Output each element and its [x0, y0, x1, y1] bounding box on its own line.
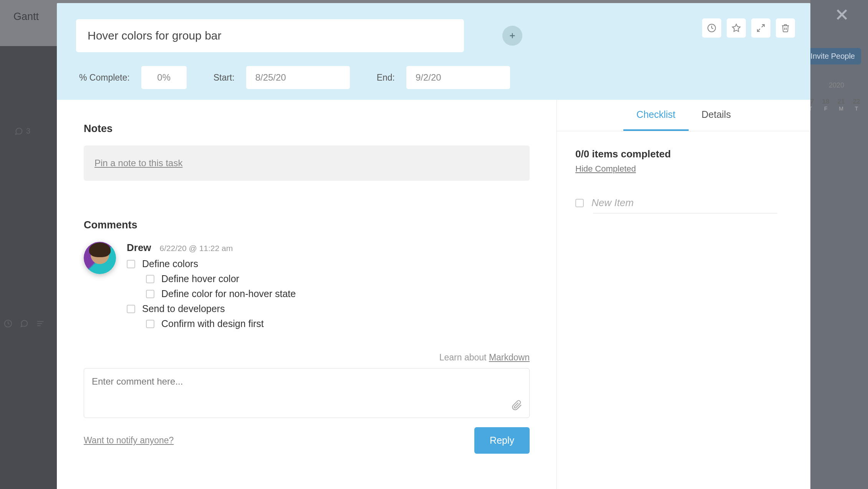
checkbox[interactable] [127, 260, 135, 268]
end-date-label: End: [377, 73, 395, 83]
comment-input[interactable] [92, 376, 522, 408]
notes-heading: Notes [84, 123, 530, 135]
start-date-input[interactable] [246, 66, 350, 89]
checkbox[interactable] [575, 199, 584, 207]
comment-check-item: Send to developers [127, 303, 530, 314]
checkbox[interactable] [146, 320, 154, 328]
hide-completed-link[interactable]: Hide Completed [575, 164, 636, 174]
checkbox[interactable] [127, 305, 135, 313]
check-item-label: Define color for non-hover state [161, 288, 296, 299]
comment-check-item: Define hover color [146, 273, 530, 284]
check-item-label: Confirm with design first [161, 318, 264, 329]
percent-complete-label: % Complete: [79, 73, 130, 83]
add-assignee-button[interactable] [502, 26, 522, 46]
comment-check-item: Confirm with design first [146, 318, 530, 329]
avatar [84, 242, 116, 274]
star-icon [732, 23, 741, 33]
attach-button[interactable] [512, 400, 522, 412]
clock-icon [707, 23, 716, 33]
checkbox[interactable] [146, 290, 154, 298]
pin-note-button[interactable]: Pin a note to this task [84, 145, 530, 181]
check-item-label: Define hover color [161, 273, 239, 284]
trash-icon [781, 23, 790, 33]
checklist-status: 0/0 items completed [575, 148, 792, 160]
svg-line-10 [762, 25, 764, 27]
timeline-dates: 17T 18F 21M 22T [805, 98, 862, 112]
start-date-label: Start: [214, 73, 235, 83]
timeline-year: 2020 [829, 81, 844, 89]
plus-icon [508, 31, 517, 40]
comments-heading: Comments [84, 219, 530, 231]
comment-author: Drew [127, 242, 151, 254]
svg-marker-9 [732, 24, 740, 31]
end-date-input[interactable] [406, 66, 510, 89]
tab-checklist[interactable]: Checklist [623, 100, 688, 131]
markdown-link[interactable]: Markdown [489, 352, 530, 362]
comment-input-wrap[interactable] [84, 368, 530, 418]
close-icon [834, 7, 850, 22]
modal-header: % Complete: Start: End: [57, 3, 810, 100]
svg-line-11 [757, 29, 760, 31]
comment-check-item: Define color for non-hover state [146, 288, 530, 299]
task-title-input[interactable] [76, 19, 464, 52]
task-modal: % Complete: Start: End: Notes Pin a note… [57, 3, 810, 489]
comment-timestamp: 6/22/20 @ 11:22 am [160, 244, 233, 253]
check-item-label: Define colors [142, 258, 198, 269]
reply-button[interactable]: Reply [474, 427, 530, 454]
expand-icon [756, 23, 765, 33]
notify-link[interactable]: Want to notify anyone? [84, 435, 174, 446]
checkbox[interactable] [146, 275, 154, 283]
comment-item: Drew 6/22/20 @ 11:22 am Define colors De… [84, 242, 530, 333]
tab-details[interactable]: Details [689, 100, 744, 131]
expand-button[interactable] [751, 18, 770, 38]
percent-complete-input[interactable] [141, 66, 187, 89]
markdown-hint: Learn about Markdown [84, 352, 530, 363]
comment-check-item: Define colors [127, 258, 530, 269]
history-button[interactable] [702, 18, 721, 38]
star-button[interactable] [727, 18, 746, 38]
close-modal-button[interactable] [834, 7, 850, 24]
invite-people-button[interactable]: Invite People [804, 48, 861, 64]
delete-button[interactable] [776, 18, 795, 38]
new-item-placeholder: New Item [591, 197, 634, 209]
new-checklist-item[interactable]: New Item [575, 197, 792, 209]
check-item-label: Send to developers [142, 303, 225, 314]
paperclip-icon [512, 400, 522, 411]
